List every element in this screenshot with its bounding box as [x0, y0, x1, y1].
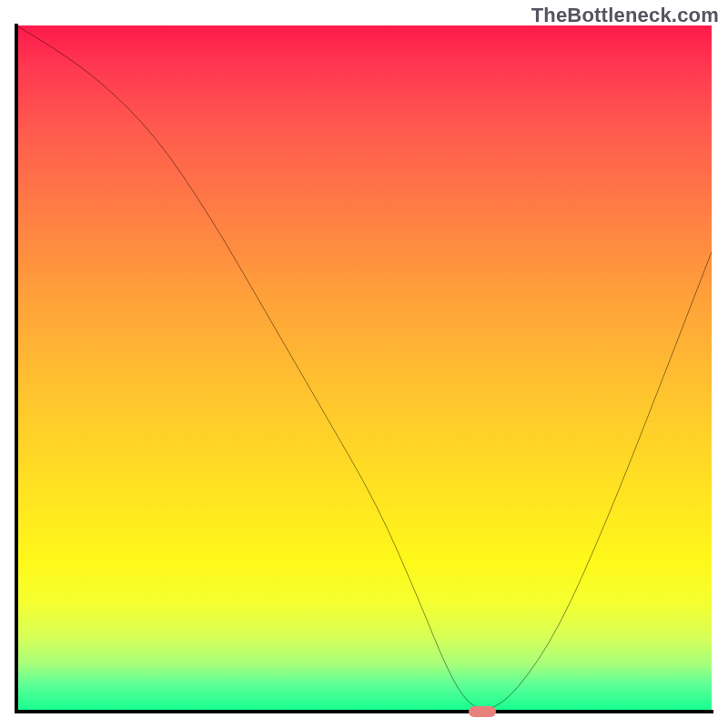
chart-container: TheBottleneck.com: [0, 0, 728, 728]
watermark-text: TheBottleneck.com: [531, 4, 719, 27]
chart-line: [16, 25, 712, 712]
optimal-point-marker: [469, 706, 496, 717]
plot-area: [16, 25, 712, 712]
